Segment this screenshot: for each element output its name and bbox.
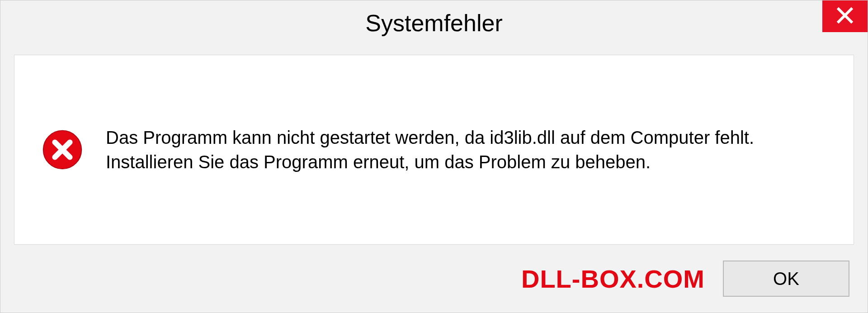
close-button[interactable] [822, 0, 868, 32]
titlebar: Systemfehler [0, 0, 868, 46]
error-message: Das Programm kann nicht gestartet werden… [106, 125, 826, 174]
close-icon [836, 6, 854, 26]
footer: DLL-BOX.COM OK [0, 254, 868, 313]
error-dialog: Systemfehler Das Programm kann nicht ges… [0, 0, 868, 313]
dialog-title: Systemfehler [365, 9, 502, 37]
ok-button[interactable]: OK [723, 261, 849, 297]
content-area: Das Programm kann nicht gestartet werden… [14, 55, 854, 245]
watermark-text: DLL-BOX.COM [521, 264, 705, 294]
error-icon [42, 129, 83, 171]
